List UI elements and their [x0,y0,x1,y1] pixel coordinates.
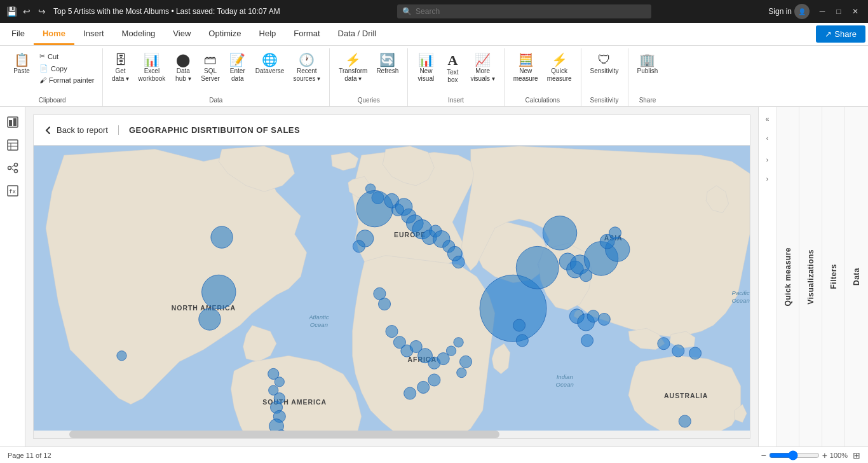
report-page-title: GEOGRAPHIC DISRTIBUITON OF SALES [118,125,300,135]
refresh-button[interactable]: 🔄 Refresh [372,51,402,78]
get-data-button[interactable]: 🗄 Getdata ▾ [108,51,133,85]
dataverse-button[interactable]: 🌐 Dataverse [252,51,288,78]
transform-icon: ⚡ [345,53,361,66]
pacific-ocean-label2: Ocean [732,297,750,304]
data-panel-label[interactable]: Data [852,268,861,286]
back-to-report-button[interactable]: Back to report [44,125,108,135]
paste-icon: 📋 [14,53,30,66]
bubble-eu-17 [353,240,365,252]
tab-optimize[interactable]: Optimize [200,23,250,45]
sign-in-button[interactable]: Sign in 👤 [768,4,810,19]
new-visual-button[interactable]: 📊 Newvisual [413,51,438,85]
back-label: Back to report [57,125,108,135]
map-scrollbar[interactable] [34,431,750,438]
share-icon: ↗ [825,29,832,39]
bubble-as-9 [587,310,599,322]
save-icon[interactable]: 💾 [5,5,18,18]
publish-icon: 🏢 [639,53,655,66]
enter-data-button[interactable]: 📝 Enterdata [225,51,250,85]
tab-file[interactable]: File [3,23,34,45]
expand-all-right-button[interactable]: › [758,169,777,188]
bubble-oc-2 [672,345,684,357]
new-measure-button[interactable]: 🧮 Newmeasure [510,51,542,85]
expand-right-button[interactable]: › [758,150,777,169]
zoom-in-button[interactable]: + [822,450,827,460]
bubble-na-3 [199,308,220,330]
bubble-af-2 [378,298,390,310]
clipboard-items: 📋 Paste ✂ Cut 📄 Copy 🖌 Format painter [8,48,97,97]
quick-measure-button[interactable]: ⚡ Quickmeasure [543,51,576,85]
more-visuals-button[interactable]: 📈 Morevisuals ▾ [466,51,498,85]
insert-label: Insert [448,97,464,106]
tab-insert[interactable]: Insert [74,23,113,45]
share-button[interactable]: ↗ Share [816,25,865,43]
fit-page-button[interactable]: ⊞ [853,450,860,460]
collapse-left-button[interactable]: ‹ [758,128,777,148]
zoom-out-button[interactable]: − [761,450,766,460]
tab-view[interactable]: View [164,23,200,45]
undo-icon[interactable]: ↩ [20,5,33,18]
redo-icon[interactable]: ↪ [36,5,48,18]
ribbon-group-sensitivity: 🛡 Sensitivity Sensitivity [581,48,628,106]
sidebar-icon-model[interactable] [3,158,23,178]
insert-items: 📊 Newvisual A Textbox 📈 Morevisuals ▾ [413,48,498,97]
share-items: 🏢 Publish [634,48,662,97]
search-box[interactable]: 🔍 [397,4,651,18]
svg-rect-1 [9,120,12,126]
tab-format[interactable]: Format [285,23,329,45]
zoom-slider[interactable] [769,450,820,460]
publish-button[interactable]: 🏢 Publish [634,51,662,78]
sidebar-icon-report[interactable] [3,112,23,132]
visualizations-panel-label[interactable]: Visualizations [806,249,815,305]
quick-measure-panel-label[interactable]: Quick measure [783,247,792,307]
tab-modeling[interactable]: Modeling [113,23,165,45]
close-button[interactable]: ✕ [848,4,863,19]
copy-button[interactable]: 📄 Copy [37,63,97,74]
status-right: − + 100% ⊞ [761,450,860,460]
tab-help[interactable]: Help [250,23,285,45]
search-input[interactable] [416,7,646,16]
bubble-af-13 [457,368,466,377]
sidebar-icon-dax[interactable]: fx [3,181,23,201]
report-canvas: Back to report GEOGRAPHIC DISRTIBUITON O… [25,107,758,446]
refresh-icon: 🔄 [379,53,395,66]
sign-in-label: Sign in [768,7,792,16]
cut-button[interactable]: ✂ Cut [37,51,97,62]
collapse-all-left-button[interactable]: « [758,109,777,128]
tab-home[interactable]: Home [34,23,74,45]
svg-line-10 [11,165,14,167]
sidebar-icon-table[interactable] [3,135,23,155]
bubble-oc-1 [658,338,670,350]
data-hub-button[interactable]: ⬤ Datahub ▾ [170,51,196,85]
document-title: Top 5 Artists with the Most Albums • Las… [53,7,280,16]
filters-panel-label[interactable]: Filters [829,264,838,289]
report-header: Back to report GEOGRAPHIC DISRTIBUITON O… [34,115,750,146]
excel-workbook-button[interactable]: 📊 Excelworkbook [135,51,170,85]
ribbon-group-data: 🗄 Getdata ▾ 📊 Excelworkbook ⬤ Datahub ▾ … [103,48,330,106]
bubble-as-17 [516,335,528,347]
queries-label: Queries [358,97,380,106]
scrollbar-thumb[interactable] [69,431,499,438]
svg-point-8 [14,163,17,167]
maximize-button[interactable]: □ [831,4,846,19]
page-indicator: Page 11 of 12 [8,452,51,459]
calculations-label: Calculations [525,97,559,106]
sensitivity-button[interactable]: 🛡 Sensitivity [587,51,623,78]
transform-data-button[interactable]: ⚡ Transformdata ▾ [335,51,371,85]
bubble-as-1 [516,246,559,289]
user-avatar: 👤 [794,4,810,19]
ribbon-group-share: 🏢 Publish Share [628,48,667,106]
minimize-button[interactable]: ─ [815,4,830,19]
clipboard-col: ✂ Cut 📄 Copy 🖌 Format painter [37,51,97,85]
tab-data-drill[interactable]: Data / Drill [329,23,386,45]
format-painter-button[interactable]: 🖌 Format painter [37,75,97,85]
sql-server-button[interactable]: 🗃 SQLServer [197,51,223,85]
bubble-eu-15 [452,256,465,268]
bubble-oc-3 [689,347,701,359]
recent-sources-button[interactable]: 🕐 Recentsources ▾ [289,51,324,85]
text-box-button[interactable]: A Textbox [440,51,465,86]
paste-button[interactable]: 📋 Paste [8,51,36,78]
data-hub-icon: ⬤ [176,53,190,66]
sensitivity-label: Sensitivity [590,97,619,106]
status-bar: Page 11 of 12 − + 100% ⊞ [0,446,868,463]
